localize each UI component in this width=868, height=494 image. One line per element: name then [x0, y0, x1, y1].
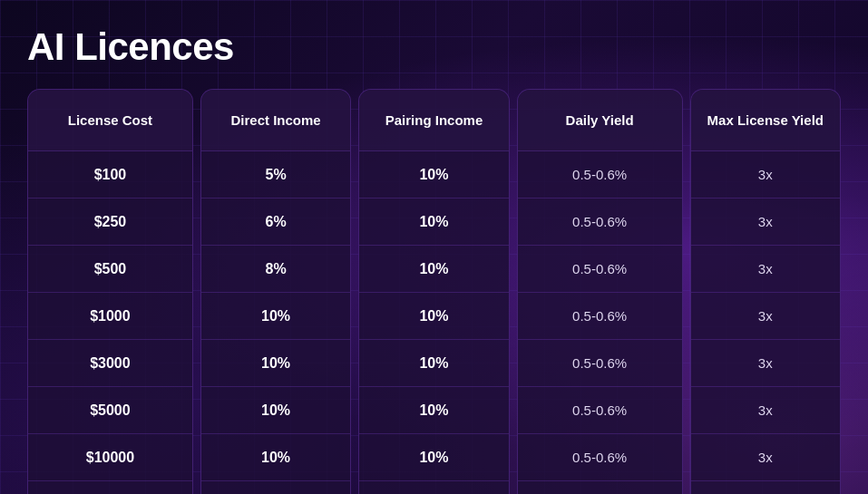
column-daily-yield: Daily Yield0.5-0.6%0.5-0.6%0.5-0.6%0.5-0…	[517, 89, 683, 494]
table: License Cost$100$250$500$1000$3000$5000$…	[27, 89, 841, 494]
cell-pairing-income-row-4: 10%	[359, 340, 508, 387]
cell-license-cost-row-7: $25000	[28, 481, 192, 494]
cell-max-license-yield-row-4: 3x	[691, 340, 840, 387]
cell-daily-yield-row-7: 0.5-0.6%	[518, 481, 682, 494]
cell-pairing-income-row-5: 10%	[359, 387, 508, 434]
cell-daily-yield-row-6: 0.5-0.6%	[518, 434, 682, 481]
cell-license-cost-row-0: $100	[28, 151, 192, 199]
cell-daily-yield-row-1: 0.5-0.6%	[518, 199, 682, 246]
header-pairing-income: Pairing Income	[359, 90, 508, 151]
cell-direct-income-row-3: 10%	[201, 293, 350, 340]
cell-pairing-income-row-7: 10%	[359, 481, 508, 494]
header-max-license-yield: Max License Yield	[691, 90, 840, 151]
cell-direct-income-row-7: 10%	[201, 481, 350, 494]
cell-direct-income-row-0: 5%	[201, 151, 350, 199]
column-max-license-yield: Max License Yield3x3x3x3x3x3x3x3x	[690, 89, 841, 494]
cell-pairing-income-row-2: 10%	[359, 246, 508, 293]
cell-license-cost-row-5: $5000	[28, 387, 192, 434]
cell-direct-income-row-2: 8%	[201, 246, 350, 293]
main-container: AI Licences License Cost$100$250$500$100…	[0, 0, 868, 494]
cell-daily-yield-row-3: 0.5-0.6%	[518, 293, 682, 340]
column-direct-income: Direct Income5%6%8%10%10%10%10%10%	[200, 89, 351, 494]
cell-direct-income-row-6: 10%	[201, 434, 350, 481]
cell-max-license-yield-row-0: 3x	[691, 151, 840, 199]
page-title: AI Licences	[27, 25, 841, 69]
cell-max-license-yield-row-3: 3x	[691, 293, 840, 340]
cell-max-license-yield-row-6: 3x	[691, 434, 840, 481]
cell-max-license-yield-row-5: 3x	[691, 387, 840, 434]
cell-daily-yield-row-5: 0.5-0.6%	[518, 387, 682, 434]
cell-license-cost-row-3: $1000	[28, 293, 192, 340]
cell-pairing-income-row-0: 10%	[359, 151, 508, 199]
cell-daily-yield-row-0: 0.5-0.6%	[518, 151, 682, 199]
cell-license-cost-row-6: $10000	[28, 434, 192, 481]
cell-pairing-income-row-1: 10%	[359, 199, 508, 246]
cell-daily-yield-row-2: 0.5-0.6%	[518, 246, 682, 293]
header-direct-income: Direct Income	[201, 90, 350, 151]
header-daily-yield: Daily Yield	[518, 90, 682, 151]
cell-license-cost-row-4: $3000	[28, 340, 192, 387]
cell-max-license-yield-row-2: 3x	[691, 246, 840, 293]
cell-direct-income-row-4: 10%	[201, 340, 350, 387]
cell-license-cost-row-1: $250	[28, 199, 192, 246]
column-pairing-income: Pairing Income10%10%10%10%10%10%10%10%	[358, 89, 509, 494]
header-license-cost: License Cost	[28, 90, 192, 151]
cell-pairing-income-row-6: 10%	[359, 434, 508, 481]
cell-daily-yield-row-4: 0.5-0.6%	[518, 340, 682, 387]
cell-license-cost-row-2: $500	[28, 246, 192, 293]
cell-direct-income-row-5: 10%	[201, 387, 350, 434]
column-license-cost: License Cost$100$250$500$1000$3000$5000$…	[27, 89, 193, 494]
cell-max-license-yield-row-1: 3x	[691, 199, 840, 246]
cell-pairing-income-row-3: 10%	[359, 293, 508, 340]
cell-direct-income-row-1: 6%	[201, 199, 350, 246]
cell-max-license-yield-row-7: 3x	[691, 481, 840, 494]
